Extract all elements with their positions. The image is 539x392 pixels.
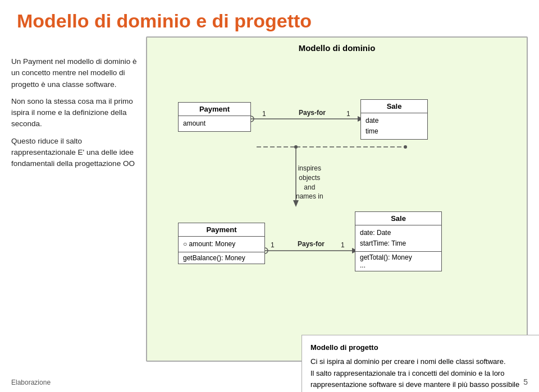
inspires-line2: objects [296,173,323,183]
sale-bottom-method: getTotal(): Money ... [355,251,441,271]
progetto-line3: rappresentazione software si deve manter… [310,379,539,391]
inspires-label: inspires objects and names in [296,164,323,201]
progetto-title: Modello di progetto [310,342,539,354]
sale-top-attr-0: date [366,116,423,126]
svg-text:Pays-for: Pays-for [299,109,326,117]
left-para-3: Questo riduce il salto rappresentazional… [11,136,140,170]
payment-bottom-header: Payment [179,223,264,237]
diagram-svg: 1 1 Pays-for 1 1 Pays-for [147,38,527,361]
svg-text:1: 1 [341,241,345,249]
left-para-2: Non sono la stessa cosa ma il primo ispi… [11,96,140,130]
sale-bottom-attr-1: startTime: Time [360,238,437,249]
payment-bottom-attr: ○ amount: Money [179,237,264,252]
progetto-box: Modello di progetto Ci si ispira al domi… [302,335,539,392]
footer-left: Elaborazione [11,379,51,386]
sale-bottom-header: Sale [355,212,441,225]
payment-bottom-method: getBalance(): Money [179,252,264,264]
sale-top-attr-1: time [366,126,423,137]
left-text-block: Un Payment nel modello di dominio è un c… [11,56,140,169]
sale-top-attrs: date time [361,113,427,139]
svg-text:1: 1 [271,241,275,249]
sale-bottom-attrs: date: Date startTime: Time [355,225,441,251]
left-para-1: Un Payment nel modello di dominio è un c… [11,56,140,90]
progetto-line2: Il salto rappresentazionale tra i concet… [310,368,539,380]
domain-model-title: Modello di dominio [299,43,376,53]
sale-bottom-class: Sale date: Date startTime: Time getTotal… [355,211,442,271]
sale-top-header: Sale [361,100,427,113]
svg-point-10 [404,145,407,149]
payment-top-attr: amount [179,116,250,131]
svg-text:1: 1 [346,110,350,118]
progetto-line1: Ci si ispira al dominio per creare i nom… [310,356,539,368]
domain-model-box: 1 1 Pays-for 1 1 Pays-for Modello di dom… [146,36,528,362]
payment-bottom-class: Payment ○ amount: Money getBalance(): Mo… [178,223,265,264]
svg-text:Pays-for: Pays-for [298,240,325,248]
svg-point-9 [294,145,298,149]
inspires-line1: inspires [296,164,323,173]
payment-top-header: Payment [179,103,250,116]
footer-page-number: 5 [523,377,528,386]
svg-text:1: 1 [262,110,266,118]
inspires-line3: and [296,183,323,192]
sale-method-1: getTotal(): Money [360,253,437,261]
page-title: Modello di dominio e di progetto [17,10,312,32]
sale-bottom-attr-0: date: Date [360,228,437,238]
payment-top-class: Payment amount [178,102,251,132]
sale-top-class: Sale date time [360,99,428,140]
sale-method-2: ... [360,261,437,269]
inspires-line4: names in [296,192,323,201]
